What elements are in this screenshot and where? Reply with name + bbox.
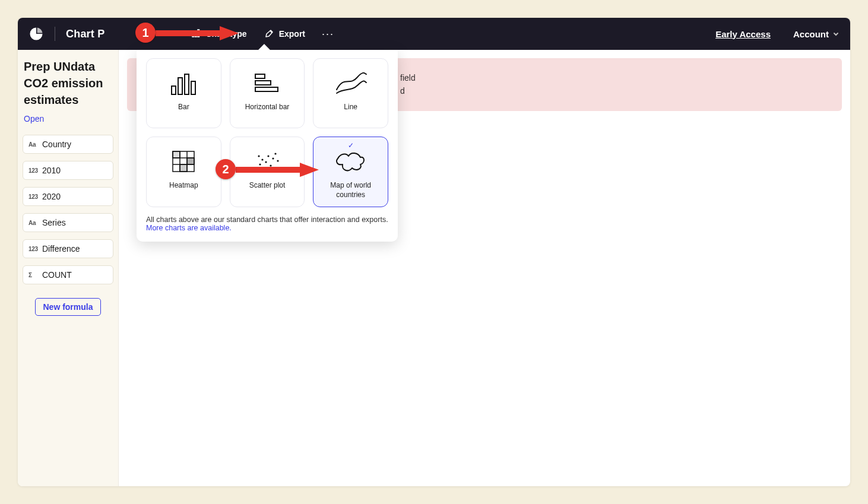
chart-type-label: Scatter plot xyxy=(249,181,286,191)
more-menu-button[interactable]: ··· xyxy=(318,26,338,42)
annotation-arrow-2-icon xyxy=(236,161,319,178)
svg-point-28 xyxy=(258,155,259,157)
check-icon: ✓ xyxy=(313,141,388,150)
field-pill-difference[interactable]: 123 Difference xyxy=(23,239,113,258)
divider xyxy=(55,27,55,41)
svg-marker-31 xyxy=(220,26,239,40)
svg-point-20 xyxy=(261,159,263,160)
account-menu-button[interactable]: Account xyxy=(793,29,840,39)
sigma-type-icon: Σ xyxy=(28,272,38,278)
chart-type-option-line[interactable]: Line xyxy=(313,58,388,128)
ellipsis-icon: ··· xyxy=(322,28,334,40)
text-type-icon: Aa xyxy=(28,220,38,226)
field-label: COUNT xyxy=(42,270,72,280)
chart-title[interactable]: Chart P xyxy=(66,28,104,40)
svg-rect-16 xyxy=(187,158,194,164)
chart-type-label: Line xyxy=(344,103,357,112)
svg-rect-5 xyxy=(185,74,189,94)
chart-type-label: Heatmap xyxy=(169,181,198,191)
dropdown-footer: All charts above are our standard charts… xyxy=(146,215,388,232)
field-label: Series xyxy=(42,218,66,227)
annotation-arrow-1-icon xyxy=(156,25,239,42)
export-icon xyxy=(265,28,274,40)
app-logo-icon[interactable] xyxy=(28,26,44,42)
early-access-link[interactable]: Early Access xyxy=(715,29,771,39)
chart-type-option-heatmap[interactable]: Heatmap xyxy=(146,137,221,207)
data-source-title: Prep UNdata CO2 emission estimates xyxy=(18,58,118,110)
svg-rect-7 xyxy=(255,74,265,78)
chart-type-grid: Bar Horizontal bar xyxy=(146,58,388,207)
export-button[interactable]: Export xyxy=(260,25,310,43)
heatmap-chart-icon xyxy=(166,148,201,175)
field-label: 2020 xyxy=(42,192,61,201)
sidebar: Prep UNdata CO2 emission estimates Open … xyxy=(18,50,119,486)
annotation-badge-1: 1 xyxy=(135,23,156,43)
svg-rect-15 xyxy=(173,151,180,158)
field-label: Country xyxy=(42,140,71,149)
chevron-down-icon xyxy=(832,29,840,39)
world-map-icon xyxy=(333,148,369,175)
app-window: Chart P Chart type Export ··· Early Acce… xyxy=(18,18,850,486)
chart-type-option-world-map[interactable]: ✓ Map of world countries xyxy=(313,137,388,207)
line-chart-icon xyxy=(333,69,369,97)
svg-rect-9 xyxy=(255,87,278,91)
svg-marker-33 xyxy=(300,163,319,177)
svg-point-24 xyxy=(272,157,274,159)
number-type-icon: 123 xyxy=(28,167,38,174)
chart-type-label: Bar xyxy=(178,103,189,112)
svg-rect-3 xyxy=(172,86,176,94)
open-data-link[interactable]: Open xyxy=(18,114,118,129)
svg-rect-6 xyxy=(191,81,195,94)
svg-rect-17 xyxy=(180,164,187,172)
bar-chart-icon xyxy=(166,69,201,97)
field-pill-country[interactable]: Aa Country xyxy=(23,135,113,154)
svg-rect-4 xyxy=(178,78,182,94)
field-pill-count[interactable]: Σ COUNT xyxy=(23,265,113,284)
horizontal-bar-chart-icon xyxy=(249,69,285,97)
field-pill-2020[interactable]: 123 2020 xyxy=(23,187,113,206)
chart-type-dropdown: Bar Horizontal bar xyxy=(137,50,398,242)
dropdown-footer-text: All charts above are our standard charts… xyxy=(146,215,388,224)
text-type-icon: Aa xyxy=(28,141,38,148)
new-formula-button[interactable]: New formula xyxy=(35,298,100,316)
svg-rect-8 xyxy=(255,81,271,85)
error-text-line2: d xyxy=(400,84,829,97)
more-charts-link[interactable]: More charts are available. xyxy=(146,224,232,232)
svg-point-25 xyxy=(274,153,276,154)
chart-type-option-bar[interactable]: Bar xyxy=(146,58,221,128)
field-pill-2010[interactable]: 123 2010 xyxy=(23,161,113,180)
svg-point-22 xyxy=(267,155,269,157)
error-text-line1: field xyxy=(400,71,829,84)
account-label: Account xyxy=(793,29,829,39)
chart-type-label: Horizontal bar xyxy=(245,103,290,112)
chart-type-option-horizontal-bar[interactable]: Horizontal bar xyxy=(230,58,305,128)
field-label: Difference xyxy=(42,244,80,253)
annotation-badge-2: 2 xyxy=(216,159,236,179)
chart-type-label: Map of world countries xyxy=(318,181,383,199)
export-label: Export xyxy=(279,29,305,39)
field-label: 2010 xyxy=(42,166,61,175)
number-type-icon: 123 xyxy=(28,194,38,200)
field-pill-series[interactable]: Aa Series xyxy=(23,213,113,232)
number-type-icon: 123 xyxy=(28,246,38,252)
